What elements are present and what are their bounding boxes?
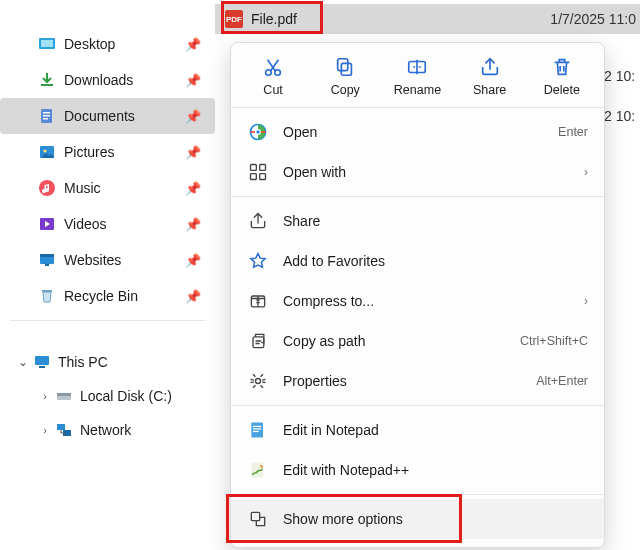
chevron-right-icon: › <box>36 424 54 436</box>
sidebar-item-local-disk[interactable]: › Local Disk (C:) <box>0 379 215 413</box>
svg-rect-41 <box>251 512 259 520</box>
svg-rect-37 <box>253 426 261 427</box>
recycle-bin-icon <box>38 287 56 305</box>
svg-rect-12 <box>40 254 54 257</box>
menu-open[interactable]: Open Enter <box>231 112 604 152</box>
menu-compress[interactable]: Compress to... › <box>231 281 604 321</box>
disk-icon <box>54 386 74 406</box>
menu-copy-path[interactable]: Copy as path Ctrl+Shift+C <box>231 321 604 361</box>
menu-label: Copy as path <box>283 333 520 349</box>
menu-label: Open <box>283 124 558 140</box>
toolbar-label: Cut <box>263 83 282 97</box>
sidebar-group-this-pc[interactable]: ⌄ This PC <box>0 345 215 379</box>
svg-rect-6 <box>43 118 48 120</box>
share-button[interactable]: Share <box>459 55 521 97</box>
svg-rect-29 <box>251 165 257 171</box>
open-icon <box>247 121 269 143</box>
copy-button[interactable]: Copy <box>314 55 376 97</box>
sidebar-item-music[interactable]: Music 📌 <box>0 170 215 206</box>
pin-icon: 📌 <box>185 289 201 304</box>
chevron-right-icon: › <box>584 165 588 179</box>
svg-rect-23 <box>342 63 352 75</box>
svg-rect-31 <box>251 174 257 180</box>
sidebar-label: Videos <box>64 216 107 232</box>
desktop-icon <box>38 35 56 53</box>
menu-edit-notepad[interactable]: Edit in Notepad <box>231 410 604 450</box>
svg-point-8 <box>43 149 46 152</box>
toolbar-label: Rename <box>394 83 441 97</box>
copy-path-icon <box>247 330 269 352</box>
pc-icon <box>32 352 52 372</box>
svg-rect-38 <box>253 428 261 429</box>
file-name: File.pdf <box>251 11 297 27</box>
svg-point-28 <box>256 130 259 133</box>
menu-separator <box>231 494 604 495</box>
sidebar-item-network[interactable]: › Network <box>0 413 215 447</box>
svg-point-9 <box>39 180 55 196</box>
open-with-icon <box>247 161 269 183</box>
menu-separator <box>231 107 604 108</box>
videos-icon <box>38 215 56 233</box>
svg-rect-2 <box>41 84 53 86</box>
notepadpp-icon <box>247 459 269 481</box>
svg-point-22 <box>275 70 281 76</box>
menu-edit-notepadpp[interactable]: Edit with Notepad++ <box>231 450 604 490</box>
delete-icon <box>550 55 574 79</box>
sidebar-item-desktop[interactable]: Desktop 📌 <box>0 26 215 62</box>
toolbar-label: Copy <box>331 83 360 97</box>
notepad-icon <box>247 419 269 441</box>
svg-rect-4 <box>43 112 50 114</box>
menu-add-favorites[interactable]: Add to Favorites <box>231 241 604 281</box>
menu-show-more-options[interactable]: Show more options <box>231 499 604 539</box>
pin-icon: 📌 <box>185 109 201 124</box>
download-icon <box>38 71 56 89</box>
menu-share[interactable]: Share <box>231 201 604 241</box>
sidebar-item-documents[interactable]: Documents 📌 <box>0 98 215 134</box>
star-icon <box>247 250 269 272</box>
context-menu-toolbar: Cut Copy Rename Share Delete <box>231 51 604 103</box>
cut-button[interactable]: Cut <box>242 55 304 97</box>
sidebar-label: Recycle Bin <box>64 288 138 304</box>
file-date-partial: 2 10: <box>604 96 635 136</box>
menu-separator <box>231 196 604 197</box>
share-icon <box>247 210 269 232</box>
pin-icon: 📌 <box>185 37 201 52</box>
sidebar-label: Music <box>64 180 101 196</box>
sidebar-separator <box>10 320 205 321</box>
toolbar-label: Delete <box>544 83 580 97</box>
group-label: This PC <box>58 354 108 370</box>
sidebar-label: Websites <box>64 252 121 268</box>
chevron-right-icon: › <box>36 390 54 402</box>
file-date: 1/7/2025 11:0 <box>550 11 636 27</box>
pin-icon: 📌 <box>185 217 201 232</box>
delete-button[interactable]: Delete <box>531 55 593 97</box>
sidebar-item-recycle-bin[interactable]: Recycle Bin 📌 <box>0 278 215 314</box>
navigation-sidebar: Desktop 📌 Downloads 📌 Documents 📌 Pictur… <box>0 0 215 550</box>
sidebar-item-websites[interactable]: Websites 📌 <box>0 242 215 278</box>
svg-rect-32 <box>260 174 266 180</box>
item-label: Network <box>80 422 131 438</box>
rename-button[interactable]: Rename <box>386 55 448 97</box>
sidebar-item-downloads[interactable]: Downloads 📌 <box>0 62 215 98</box>
item-label: Local Disk (C:) <box>80 388 172 404</box>
file-row-selected[interactable]: PDF File.pdf 1/7/2025 11:0 <box>215 4 640 34</box>
menu-properties[interactable]: Properties Alt+Enter <box>231 361 604 401</box>
toolbar-label: Share <box>473 83 506 97</box>
sidebar-item-videos[interactable]: Videos 📌 <box>0 206 215 242</box>
pictures-icon <box>38 143 56 161</box>
menu-open-with[interactable]: Open with › <box>231 152 604 192</box>
compress-icon <box>247 290 269 312</box>
sidebar-item-pictures[interactable]: Pictures 📌 <box>0 134 215 170</box>
menu-separator <box>231 405 604 406</box>
context-menu: Cut Copy Rename Share Delete Open Enter … <box>230 42 605 548</box>
menu-hint: Enter <box>558 125 588 139</box>
sidebar-label: Documents <box>64 108 135 124</box>
svg-rect-5 <box>43 115 50 117</box>
svg-rect-1 <box>41 40 53 47</box>
svg-rect-24 <box>338 59 348 71</box>
svg-rect-36 <box>251 423 263 438</box>
menu-label: Edit in Notepad <box>283 422 588 438</box>
svg-rect-13 <box>45 264 49 266</box>
chevron-right-icon: › <box>584 294 588 308</box>
websites-icon <box>38 251 56 269</box>
